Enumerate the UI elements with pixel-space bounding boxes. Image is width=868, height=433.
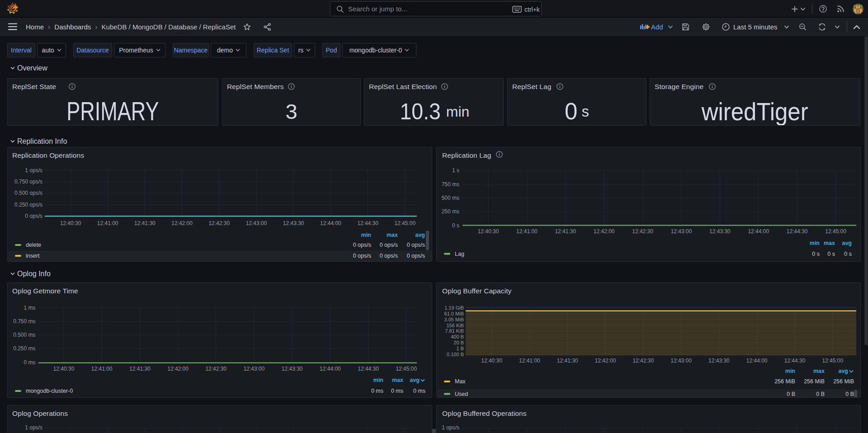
svg-text:12:41:00: 12:41:00 (97, 220, 118, 226)
svg-text:12:42:30: 12:42:30 (632, 228, 653, 235)
svg-text:12:40:30: 12:40:30 (60, 220, 81, 226)
svg-text:7.81 KiB: 7.81 KiB (445, 328, 464, 334)
svg-text:12:45:00: 12:45:00 (396, 366, 417, 372)
svg-text:0 ops/s: 0 ops/s (407, 253, 425, 259)
svg-text:256 MiB: 256 MiB (804, 378, 825, 385)
svg-text:0 ms: 0 ms (391, 388, 403, 394)
svg-text:0.250 ms: 0.250 ms (13, 345, 35, 352)
svg-text:1.19 GiB: 1.19 GiB (444, 305, 464, 311)
svg-text:12:43:30: 12:43:30 (709, 228, 731, 235)
svg-text:0 ops/s: 0 ops/s (353, 242, 371, 248)
svg-text:0 B: 0 B (845, 391, 854, 397)
svg-text:Max: Max (455, 378, 466, 385)
svg-text:0 ops/s: 0 ops/s (353, 253, 371, 259)
svg-text:mongodb-cluster-0: mongodb-cluster-0 (26, 388, 73, 394)
svg-text:12:41:30: 12:41:30 (557, 358, 578, 364)
svg-text:avg: avg (838, 368, 848, 374)
svg-text:12:43:00: 12:43:00 (244, 366, 265, 372)
svg-text:0 ms: 0 ms (413, 388, 425, 394)
svg-text:12:41:00: 12:41:00 (516, 228, 538, 235)
svg-text:156 KiB: 156 KiB (446, 323, 464, 328)
svg-text:1 ms: 1 ms (24, 305, 35, 311)
svg-text:0 s: 0 s (812, 251, 820, 257)
svg-text:0 ops/s: 0 ops/s (407, 242, 425, 248)
svg-text:12:41:30: 12:41:30 (134, 220, 156, 226)
svg-text:0.500 ops/s: 0.500 ops/s (14, 190, 42, 196)
svg-text:12:43:00: 12:43:00 (246, 220, 267, 226)
svg-text:12:42:00: 12:42:00 (595, 358, 616, 364)
svg-text:0.750 ops/s: 0.750 ops/s (14, 179, 42, 185)
svg-text:0 ops/s: 0 ops/s (380, 253, 398, 259)
svg-text:0.100 B: 0.100 B (447, 352, 464, 357)
svg-text:12:43:30: 12:43:30 (282, 366, 303, 372)
svg-text:max: max (392, 377, 403, 383)
svg-text:1 ops/s: 1 ops/s (25, 424, 42, 431)
svg-text:0 ops/s: 0 ops/s (25, 213, 42, 219)
svg-text:12:44:30: 12:44:30 (358, 366, 379, 372)
svg-text:avg: avg (410, 377, 420, 383)
svg-text:750 ms: 750 ms (442, 181, 459, 188)
svg-text:3.05 MiB: 3.05 MiB (444, 317, 464, 322)
svg-text:12:43:00: 12:43:00 (671, 228, 692, 235)
svg-text:0.500 ms: 0.500 ms (13, 332, 35, 338)
svg-text:12:41:00: 12:41:00 (91, 366, 113, 372)
svg-text:max: max (387, 232, 398, 238)
svg-text:1 ops/s: 1 ops/s (442, 424, 459, 431)
svg-text:12:43:30: 12:43:30 (708, 358, 730, 364)
svg-text:12:45:00: 12:45:00 (394, 220, 415, 226)
svg-text:12:44:30: 12:44:30 (357, 220, 378, 226)
svg-text:0 ms: 0 ms (24, 359, 35, 366)
svg-text:12:42:00: 12:42:00 (594, 228, 615, 235)
svg-text:0 s: 0 s (452, 222, 459, 229)
svg-text:min: min (785, 368, 795, 374)
svg-text:500 ms: 500 ms (442, 195, 459, 201)
svg-text:0.250 ops/s: 0.250 ops/s (14, 202, 42, 208)
svg-text:12:42:30: 12:42:30 (205, 366, 226, 372)
svg-text:12:42:30: 12:42:30 (208, 220, 230, 226)
svg-text:delete: delete (26, 242, 41, 248)
svg-text:min: min (361, 232, 371, 238)
svg-text:12:40:30: 12:40:30 (478, 228, 499, 235)
svg-text:0 B: 0 B (816, 391, 825, 397)
svg-text:max: max (824, 240, 835, 246)
svg-text:256 MiB: 256 MiB (774, 378, 795, 385)
svg-text:Used: Used (455, 391, 468, 397)
svg-text:0.750 ms: 0.750 ms (13, 318, 35, 325)
svg-text:256 MiB: 256 MiB (833, 378, 854, 385)
svg-text:12:44:00: 12:44:00 (748, 228, 769, 235)
svg-text:0 s: 0 s (844, 251, 852, 257)
svg-text:1 ops/s: 1 ops/s (25, 167, 42, 174)
svg-text:max: max (813, 368, 825, 374)
svg-text:12:41:00: 12:41:00 (519, 358, 540, 364)
svg-text:Lag: Lag (455, 251, 464, 257)
svg-text:12:42:30: 12:42:30 (632, 358, 654, 364)
svg-text:0 ms: 0 ms (371, 388, 383, 394)
svg-text:1 B: 1 B (456, 346, 464, 351)
svg-text:12:43:00: 12:43:00 (670, 358, 692, 364)
svg-text:400 B: 400 B (451, 334, 464, 339)
svg-text:0 B: 0 B (787, 391, 795, 397)
svg-text:12:41:30: 12:41:30 (129, 366, 151, 372)
svg-text:61.0 MiB: 61.0 MiB (444, 311, 464, 316)
svg-text:12:44:00: 12:44:00 (746, 358, 768, 364)
svg-text:min: min (373, 377, 383, 383)
svg-text:12:42:00: 12:42:00 (167, 366, 189, 372)
svg-text:avg: avg (842, 240, 852, 246)
svg-text:12:41:30: 12:41:30 (555, 228, 576, 235)
svg-text:12:40:30: 12:40:30 (481, 358, 502, 364)
svg-text:12:44:30: 12:44:30 (784, 358, 806, 364)
svg-text:12:44:30: 12:44:30 (787, 228, 808, 235)
svg-text:0 ops/s: 0 ops/s (380, 242, 398, 248)
svg-text:12:43:30: 12:43:30 (283, 220, 304, 226)
svg-text:12:45:00: 12:45:00 (825, 228, 846, 235)
svg-text:20 B: 20 B (453, 340, 464, 345)
svg-text:12:42:00: 12:42:00 (171, 220, 193, 226)
svg-text:1 s: 1 s (452, 167, 459, 174)
svg-text:12:40:30: 12:40:30 (53, 366, 75, 372)
svg-text:250 ms: 250 ms (442, 208, 459, 215)
svg-text:12:44:00: 12:44:00 (320, 220, 341, 226)
svg-text:insert: insert (26, 253, 40, 259)
svg-text:avg: avg (415, 232, 425, 238)
svg-text:0 s: 0 s (827, 251, 835, 257)
svg-text:min: min (810, 240, 820, 246)
